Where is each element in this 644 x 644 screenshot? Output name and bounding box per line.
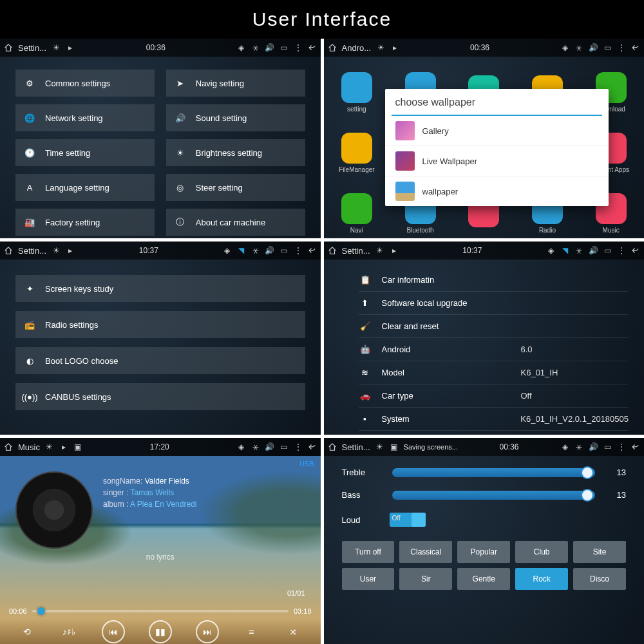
home-icon[interactable] bbox=[328, 246, 337, 255]
next-button[interactable]: ⏭ bbox=[196, 620, 219, 643]
thumbnail-icon bbox=[395, 121, 415, 140]
factory-icon: 🏭 bbox=[23, 216, 36, 229]
settings-item-sound[interactable]: 🔊Sound setting bbox=[166, 104, 305, 131]
shuffle-button[interactable]: ⤨ bbox=[284, 623, 302, 641]
preset-button[interactable]: Gentle bbox=[457, 568, 510, 590]
volume-icon[interactable]: 🔊 bbox=[265, 43, 274, 52]
seek-track[interactable] bbox=[32, 610, 289, 612]
thumbnail-icon bbox=[395, 151, 415, 171]
info-row[interactable]: ⬆Software local upgrade bbox=[359, 292, 629, 315]
preset-button[interactable]: Site bbox=[573, 541, 626, 563]
volume-icon[interactable]: 🔊 bbox=[265, 246, 274, 255]
preset-button[interactable]: Popular bbox=[457, 541, 510, 563]
bass-slider[interactable] bbox=[392, 491, 596, 500]
settings-item-network[interactable]: 🌐Network setting bbox=[15, 104, 155, 131]
home-icon[interactable] bbox=[328, 442, 337, 451]
back-icon[interactable] bbox=[631, 442, 640, 451]
app-label: Navi bbox=[350, 227, 363, 234]
app-cell[interactable]: Navi bbox=[327, 184, 388, 238]
preset-button[interactable]: Turn off bbox=[342, 541, 395, 563]
brightness-icon[interactable]: ☀ bbox=[52, 246, 61, 255]
panel-android: Andro... ☀ ▸ 00:36 ◈ ⚹ 🔊 ▭ ⋮ settingIEDo… bbox=[324, 39, 645, 238]
slider-knob[interactable] bbox=[581, 466, 594, 479]
label: Common settings bbox=[45, 79, 110, 88]
preset-button[interactable]: Sir bbox=[399, 568, 452, 590]
menu-icon[interactable]: ⋮ bbox=[617, 246, 626, 255]
preset-button[interactable]: Disco bbox=[573, 568, 626, 590]
clock: 00:36 bbox=[470, 43, 489, 52]
gps-icon: ◈ bbox=[237, 43, 246, 52]
eq-button[interactable]: ♪♯♭ bbox=[60, 623, 78, 641]
brightness-icon[interactable]: ☀ bbox=[52, 43, 61, 52]
topbar: Settin... ☀ ▸ 00:36 ◈ ⚹ 🔊 ▭ ⋮ bbox=[0, 39, 321, 57]
repeat-button[interactable]: ⟲ bbox=[18, 623, 36, 641]
settings-item-navig[interactable]: ➤Navig setting bbox=[166, 70, 305, 97]
thumbnail-icon bbox=[395, 182, 415, 201]
about-list: 📋Car informatin⬆Software local upgrade🧹C… bbox=[324, 260, 645, 431]
settings-item-about[interactable]: ⓘAbout car machine bbox=[166, 209, 305, 236]
picker-item-live[interactable]: Live Wallpaper bbox=[385, 146, 609, 176]
settings-item-steer[interactable]: ◎Steer setting bbox=[166, 174, 305, 201]
settings-item-common[interactable]: ⚙Common settings bbox=[15, 70, 155, 97]
play-icon: ▸ bbox=[66, 246, 75, 255]
preset-button[interactable]: Classical bbox=[399, 541, 452, 563]
preset-button[interactable]: Club bbox=[515, 541, 568, 563]
menu-icon[interactable]: ⋮ bbox=[617, 43, 626, 52]
volume-icon[interactable]: 🔊 bbox=[589, 43, 598, 52]
settings-item-screenkeys[interactable]: ✦Screen keys study bbox=[15, 275, 305, 302]
prev-button[interactable]: ⏮ bbox=[102, 620, 125, 643]
gps-icon: ◈ bbox=[237, 442, 246, 451]
info-row[interactable]: 📋Car informatin bbox=[359, 269, 629, 292]
home-icon[interactable] bbox=[4, 246, 13, 255]
volume-icon[interactable]: 🔊 bbox=[589, 442, 598, 451]
info-row[interactable]: 🧹Clear and reset bbox=[359, 315, 629, 338]
app-label: setting bbox=[347, 106, 366, 113]
picker-item-gallery[interactable]: Gallery bbox=[385, 116, 609, 146]
settings-item-time[interactable]: 🕐Time setting bbox=[15, 139, 155, 166]
topbar-label: Music bbox=[18, 442, 40, 452]
preset-button[interactable]: User bbox=[342, 568, 395, 590]
save-icon: ▣ bbox=[390, 442, 399, 451]
brightness-icon[interactable]: ☀ bbox=[375, 442, 384, 451]
app-cell[interactable]: setting bbox=[327, 63, 388, 121]
progress-bar[interactable]: 00:06 03:18 bbox=[0, 607, 321, 615]
menu-icon[interactable]: ⋮ bbox=[294, 43, 303, 52]
settings-item-factory[interactable]: 🏭Factory setting bbox=[15, 209, 155, 236]
pause-button[interactable]: ▮▮ bbox=[149, 620, 172, 643]
menu-icon[interactable]: ⋮ bbox=[617, 442, 626, 451]
speaker-icon: 🔊 bbox=[174, 111, 187, 124]
loud-toggle[interactable]: Off bbox=[390, 513, 426, 527]
volume-icon[interactable]: 🔊 bbox=[265, 442, 274, 451]
menu-icon[interactable]: ⋮ bbox=[294, 246, 303, 255]
gps-icon: ◈ bbox=[560, 43, 569, 52]
row-icon: 📋 bbox=[359, 275, 372, 285]
settings-item-radio[interactable]: 📻Radio settings bbox=[15, 311, 305, 338]
seek-knob[interactable] bbox=[37, 607, 45, 615]
home-icon[interactable] bbox=[4, 442, 13, 451]
settings-item-canbus[interactable]: ((●))CANBUS settings bbox=[15, 383, 305, 410]
back-icon[interactable] bbox=[308, 43, 317, 52]
slider-knob[interactable] bbox=[581, 489, 594, 502]
picker-item-wallpaper[interactable]: wallpaper bbox=[385, 176, 609, 206]
home-icon[interactable] bbox=[328, 43, 337, 52]
panel-about: Settin... ☀ ▸ 10:37 ◈ ◥ ⚹ 🔊 ▭ ⋮ 📋Car inf… bbox=[324, 242, 645, 435]
preset-button[interactable]: Rock bbox=[515, 568, 568, 590]
back-icon[interactable] bbox=[308, 246, 317, 255]
back-icon[interactable] bbox=[308, 442, 317, 451]
settings-item-brightness[interactable]: ☀Brightness setting bbox=[166, 139, 305, 166]
settings-item-bootlogo[interactable]: ◐Boot LOGO choose bbox=[15, 347, 305, 374]
menu-icon[interactable]: ⋮ bbox=[294, 442, 303, 451]
volume-icon[interactable]: 🔊 bbox=[589, 246, 598, 255]
playlist-button[interactable]: ≡ bbox=[242, 623, 260, 641]
home-icon[interactable] bbox=[4, 43, 13, 52]
loud-off-text: Off bbox=[392, 515, 401, 522]
app-cell[interactable]: FileManager bbox=[327, 124, 388, 182]
back-icon[interactable] bbox=[631, 246, 640, 255]
brightness-icon[interactable]: ☀ bbox=[45, 442, 54, 451]
settings-item-language[interactable]: ALanguage setting bbox=[15, 174, 155, 201]
treble-slider[interactable] bbox=[392, 468, 596, 477]
back-icon[interactable] bbox=[631, 43, 640, 52]
brightness-icon[interactable]: ☀ bbox=[375, 246, 384, 255]
toggle-switch[interactable] bbox=[412, 513, 426, 527]
brightness-icon[interactable]: ☀ bbox=[376, 43, 385, 52]
